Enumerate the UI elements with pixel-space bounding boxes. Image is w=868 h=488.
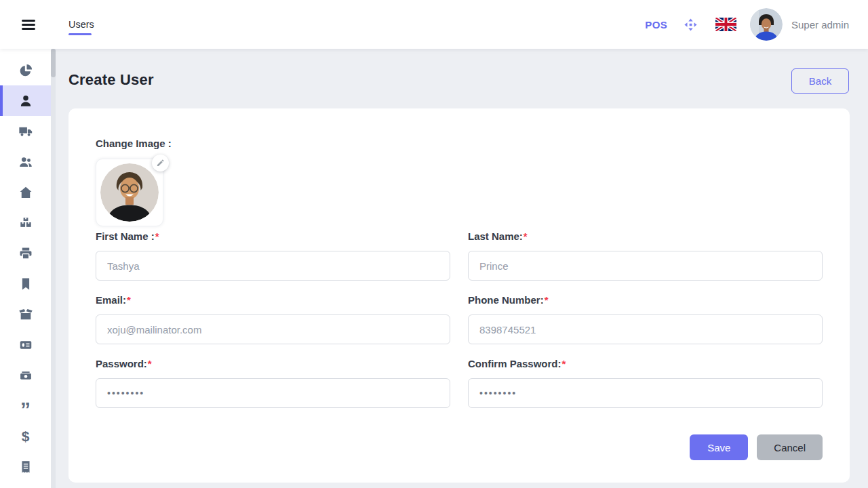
receipt-icon — [18, 460, 33, 474]
scrollbar-track — [51, 49, 56, 488]
quote-icon: ” — [20, 404, 31, 414]
sidebar-item-currency[interactable]: $ — [0, 421, 51, 451]
user-icon — [18, 94, 33, 108]
field-first-name: First Name :* — [96, 230, 450, 281]
sidebar-item-cash[interactable] — [0, 360, 51, 390]
last-name-input[interactable] — [468, 251, 823, 281]
sidebar-item-dashboard[interactable] — [0, 55, 51, 85]
sidebar-item-bookmark[interactable] — [0, 268, 51, 299]
sidebar-item-products[interactable] — [0, 207, 51, 238]
field-last-name: Last Name:* — [468, 230, 823, 281]
field-confirm-password: Confirm Password:* — [468, 358, 823, 408]
save-button[interactable]: Save — [690, 434, 748, 460]
topbar-right-cluster: POS — [645, 0, 849, 49]
phone-input[interactable] — [468, 314, 823, 344]
user-avatar[interactable] — [750, 8, 783, 41]
tab-users[interactable]: Users — [68, 0, 94, 49]
phone-label: Phone Number: — [468, 294, 544, 306]
sidebar-item-open-box[interactable] — [0, 299, 51, 329]
tab-active-underline — [68, 33, 92, 35]
required-marker: * — [148, 358, 152, 369]
profile-image-box[interactable] — [96, 159, 163, 226]
create-user-card: Change Image : — [68, 108, 850, 483]
required-marker: * — [524, 230, 528, 242]
last-name-label: Last Name: — [468, 230, 523, 242]
change-image-label: Change Image : — [96, 138, 823, 149]
main-content: Create User Back Change Image : — [56, 49, 868, 488]
users-icon — [18, 155, 33, 169]
first-name-input[interactable] — [96, 251, 450, 281]
scrollbar-thumb[interactable] — [51, 49, 56, 77]
email-input[interactable] — [96, 314, 450, 344]
printer-icon — [18, 246, 33, 261]
sidebar-item-print[interactable] — [0, 238, 51, 268]
truck-icon — [18, 124, 33, 139]
confirm-password-label: Confirm Password: — [468, 358, 561, 369]
fullscreen-icon[interactable] — [684, 18, 698, 32]
edit-image-button[interactable] — [152, 155, 169, 171]
password-label: Password: — [96, 358, 147, 369]
tab-users-label: Users — [68, 19, 94, 30]
sidebar-item-quotations[interactable]: ” — [0, 390, 51, 421]
form-actions: Save Cancel — [96, 434, 823, 460]
first-name-label: First Name : — [96, 230, 155, 242]
package-boxes-icon — [18, 216, 33, 230]
menu-icon[interactable] — [22, 20, 35, 30]
field-email: Email:* — [96, 294, 450, 344]
bookmark-icon — [18, 277, 33, 291]
user-name[interactable]: Super admin — [791, 19, 849, 30]
invoice-card-icon — [18, 338, 33, 352]
top-bar: Users POS — [0, 0, 868, 49]
required-marker: * — [127, 294, 131, 306]
pie-chart-icon — [18, 63, 33, 78]
cash-icon — [18, 368, 33, 383]
home-icon — [18, 185, 33, 200]
sidebar-item-customers[interactable] — [0, 146, 51, 177]
profile-photo — [100, 163, 159, 222]
sidebar-item-invoice[interactable] — [0, 329, 51, 360]
password-input[interactable] — [96, 378, 450, 408]
page-title: Create User — [68, 71, 154, 89]
sidebar-item-warehouse[interactable] — [0, 177, 51, 207]
confirm-password-input[interactable] — [468, 378, 823, 408]
required-marker: * — [545, 294, 549, 306]
email-label: Email: — [96, 294, 126, 306]
pencil-icon — [156, 159, 165, 167]
sidebar-item-users[interactable] — [0, 85, 51, 116]
field-phone: Phone Number:* — [468, 294, 823, 344]
required-marker: * — [155, 230, 159, 242]
form-fields: First Name :* Last Name:* Email:* Phone … — [96, 230, 823, 408]
field-password: Password:* — [96, 358, 450, 408]
required-marker: * — [562, 358, 566, 369]
pos-link[interactable]: POS — [645, 19, 667, 30]
cancel-button[interactable]: Cancel — [757, 434, 823, 460]
open-box-icon — [18, 307, 33, 322]
uk-flag-icon[interactable] — [715, 18, 736, 31]
sidebar-item-receipt[interactable] — [0, 451, 51, 482]
sidebar: ” $ — [0, 49, 51, 488]
sidebar-item-delivery[interactable] — [0, 116, 51, 146]
dollar-icon: $ — [22, 429, 30, 443]
back-button[interactable]: Back — [791, 68, 849, 94]
